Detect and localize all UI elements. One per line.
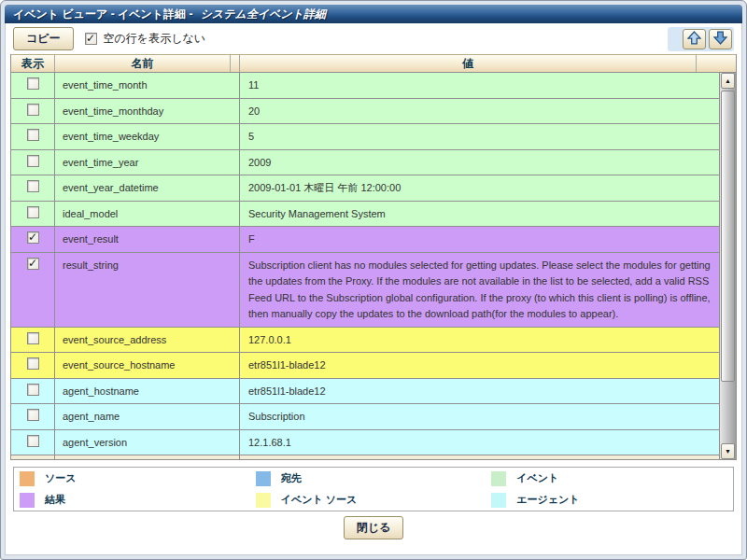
toolbar: コピー 空の行を表示しない — [6, 23, 741, 54]
field-value-cell: etr851l1-blade12 — [240, 353, 719, 378]
table-row: event_resultF — [11, 227, 719, 253]
table-row: event_time_year2009 — [11, 150, 719, 176]
row-visibility-cell — [11, 99, 55, 124]
legend-color-swatch — [256, 471, 271, 486]
table-row: raw_eventsource_hostname=etr851l1-blade1… — [11, 455, 719, 459]
table-row: result_stringSubscription client has no … — [11, 253, 719, 328]
legend-label: ソース — [45, 471, 77, 485]
dialog-content: コピー 空の行を表示しない 表示 名前 値 — [5, 23, 742, 555]
table-row: agent_hostnameetr851l1-blade12 — [11, 379, 719, 405]
table-row: agent_version12.1.68.1 — [11, 430, 719, 456]
title-bar: イベント ビューア - イベント詳細 - システム全イベント詳細 — [5, 5, 742, 23]
row-visibility-cell — [11, 227, 55, 252]
footer: 閉じる — [6, 516, 741, 539]
row-visibility-cell — [11, 430, 55, 455]
legend-label: 結果 — [45, 493, 65, 507]
legend-item: ソース — [20, 471, 256, 486]
row-visibility-checkbox[interactable] — [27, 384, 39, 396]
field-name-cell: event_time_year — [55, 150, 240, 175]
header-end-spacer — [697, 55, 736, 72]
field-name-cell: result_string — [55, 253, 240, 327]
row-visibility-checkbox[interactable] — [27, 435, 39, 447]
field-name-cell: event_source_address — [55, 328, 240, 353]
row-visibility-checkbox[interactable] — [27, 357, 39, 370]
event-details-table: 表示 名前 値 event_time_month11event_time_mon… — [10, 54, 737, 460]
field-name-cell: agent_hostname — [55, 379, 240, 404]
field-name-cell: ideal_model — [55, 202, 240, 227]
header-name: 名前 — [55, 55, 231, 72]
table-viewport: event_time_month11event_time_monthday20e… — [11, 73, 736, 460]
table-row: event_year_datetime2009-01-01 木曜日 午前 12:… — [11, 175, 719, 202]
table-body: event_time_month11event_time_monthday20e… — [11, 73, 719, 459]
table-row: event_time_weekday5 — [11, 124, 719, 150]
field-name-cell: event_year_datetime — [55, 175, 240, 201]
legend-item: イベント — [491, 471, 727, 486]
header-show: 表示 — [11, 55, 55, 72]
legend-item: エージェント — [491, 493, 727, 508]
legend-label: エージェント — [516, 493, 579, 507]
row-visibility-checkbox[interactable] — [27, 332, 39, 344]
header-value: 値 — [240, 55, 697, 72]
row-visibility-cell — [11, 455, 55, 459]
scrollbar-thumb[interactable] — [721, 91, 735, 382]
row-visibility-checkbox[interactable] — [27, 409, 39, 421]
row-visibility-cell — [11, 202, 55, 227]
hide-empty-rows-checkbox[interactable] — [85, 33, 97, 45]
row-visibility-cell — [11, 150, 55, 175]
field-value-cell: 12.1.68.1 — [240, 430, 719, 455]
row-visibility-checkbox[interactable] — [27, 129, 39, 141]
row-visibility-checkbox[interactable] — [27, 180, 39, 192]
field-name-cell: agent_version — [55, 430, 240, 455]
dialog-title: イベント ビューア - イベント詳細 - — [13, 7, 196, 22]
scroll-up-icon: ▲ — [725, 77, 731, 84]
header-divider — [231, 55, 240, 72]
previous-event-button[interactable] — [683, 29, 706, 49]
legend-item: イベント ソース — [256, 493, 492, 508]
legend-item: 結果 — [20, 493, 256, 508]
field-name-cell: raw_event — [55, 455, 240, 459]
table-row: event_time_month11 — [11, 73, 719, 99]
field-value-cell: 127.0.0.1 — [240, 328, 719, 353]
legend-panel: ソース宛先イベント結果イベント ソースエージェント — [13, 467, 734, 511]
field-name-cell: event_source_hostname — [55, 353, 240, 378]
row-visibility-checkbox[interactable] — [27, 231, 39, 244]
row-visibility-checkbox[interactable] — [27, 77, 39, 90]
field-name-cell: event_result — [55, 227, 240, 252]
field-name-cell: event_time_weekday — [55, 124, 240, 149]
row-visibility-checkbox[interactable] — [27, 155, 39, 167]
field-name-cell: event_time_month — [55, 73, 240, 98]
table-row: event_time_monthday20 — [11, 99, 719, 125]
hide-empty-rows-option: 空の行を表示しない — [85, 31, 205, 47]
close-button[interactable]: 閉じる — [344, 516, 404, 539]
row-visibility-cell — [11, 379, 55, 404]
row-visibility-checkbox[interactable] — [27, 104, 39, 116]
legend-label: イベント — [516, 471, 558, 485]
row-visibility-checkbox[interactable] — [27, 258, 39, 270]
row-visibility-checkbox[interactable] — [27, 206, 39, 218]
table-row: agent_nameSubscription — [11, 404, 719, 430]
legend-label: 宛先 — [281, 471, 302, 485]
event-navigation-group — [668, 27, 734, 51]
event-detail-dialog: イベント ビューア - イベント詳細 - システム全イベント詳細 コピー 空の行… — [0, 0, 747, 560]
arrow-down-icon — [713, 31, 727, 48]
row-visibility-cell — [11, 328, 55, 353]
vertical-scrollbar[interactable]: ▲ ▼ — [719, 73, 736, 459]
field-name-cell: event_time_monthday — [55, 99, 240, 124]
scroll-down-button[interactable]: ▼ — [721, 443, 735, 459]
legend-color-swatch — [20, 493, 35, 508]
scroll-down-icon: ▼ — [725, 448, 731, 455]
row-visibility-cell — [11, 73, 55, 98]
legend-color-swatch — [256, 493, 271, 508]
field-value-cell: source_hostname=etr851l1-blade12,source_… — [240, 455, 719, 459]
table-row: event_source_hostnameetr851l1-blade12 — [11, 353, 719, 379]
field-value-cell: Subscription client has no modules selec… — [240, 253, 719, 327]
legend-color-swatch — [491, 493, 506, 508]
table-header: 表示 名前 値 — [11, 54, 736, 73]
field-value-cell: Security Management System — [240, 202, 719, 227]
next-event-button[interactable] — [709, 29, 732, 49]
row-visibility-cell — [11, 175, 55, 201]
row-visibility-cell — [11, 353, 55, 378]
row-visibility-cell — [11, 404, 55, 429]
copy-button[interactable]: コピー — [13, 27, 74, 50]
scroll-up-button[interactable]: ▲ — [721, 73, 735, 89]
